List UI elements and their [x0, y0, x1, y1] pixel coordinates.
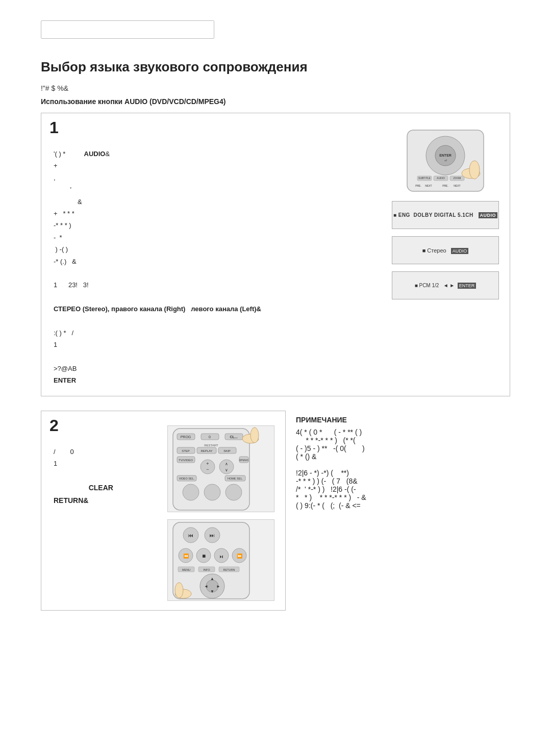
step1-line-10: -* (.) &	[54, 256, 389, 267]
svg-text:+: +	[206, 461, 209, 466]
step2-images: PROG 0 CL... RESTART STEP REPLAY SKIP	[165, 420, 277, 601]
svg-text:−: −	[206, 467, 209, 472]
svg-text:PRE.: PRE.	[442, 184, 448, 187]
step1-line-14: >?@AB	[54, 363, 389, 374]
step1-enter: ENTER	[54, 374, 389, 386]
svg-text:⏎: ⏎	[444, 159, 447, 162]
display3: ■ PCM 1/2 ◄ ► ENTER	[392, 271, 499, 299]
svg-text:⏩: ⏩	[237, 553, 243, 559]
svg-point-46	[204, 484, 220, 500]
section-label: Использование кнопки AUDIO (DVD/VCD/CD/M…	[41, 97, 510, 106]
svg-text:SUBTITLE: SUBTITLE	[418, 177, 431, 180]
step1-number: 1	[49, 118, 59, 137]
step1-line-11: 1 23! 3!	[54, 279, 389, 291]
svg-text:◄: ◄	[204, 584, 208, 589]
svg-text:SKIP: SKIP	[223, 449, 231, 452]
remote-bottom2-image: ⏮ ⏭ ⏪ ⏹ ⏯ ⏩	[167, 519, 274, 601]
svg-point-49	[251, 427, 259, 443]
svg-text:VIDEO SEL.: VIDEO SEL.	[179, 477, 195, 480]
note-line-9: ( ) 9:(- * ( (; (- & <=	[296, 501, 510, 510]
svg-text:ENTER: ENTER	[439, 154, 452, 157]
step1-box: 1 '( ) * AUDIO& + , ' & + * * * -* * * )…	[41, 113, 510, 396]
clear-label: CLEAR	[89, 484, 113, 492]
note-line-7: /* ' *-* ) ) !2|6 -( (-	[296, 485, 510, 493]
step2-wrapper: 2 / 0 1 CLEAR RETURN&	[41, 411, 286, 625]
display2-text: ■ Стерео AUDIO	[422, 247, 469, 254]
step2-content: / 0 1 CLEAR RETURN&	[49, 420, 165, 601]
step1-images: ENTER ⏎ SUBTITLE AUDIO ZOOM PRE. NEXT PR…	[389, 122, 502, 387]
svg-text:STEP: STEP	[182, 449, 190, 452]
step2-return-line: RETURN&	[54, 494, 165, 507]
svg-text:MENU: MENU	[182, 568, 190, 571]
note-line-3: ( - )5 - ) ** -( 0( )	[296, 444, 510, 452]
svg-text:INFO: INFO	[203, 568, 210, 571]
note-line-5: !2|6 - *) -*) ( **)	[296, 469, 510, 477]
step1-line-3: ,	[54, 172, 389, 184]
remote-top2-image: PROG 0 CL... RESTART STEP REPLAY SKIP	[167, 425, 274, 512]
step2-box: 2 / 0 1 CLEAR RETURN&	[41, 411, 286, 611]
main-heading: Выбор языка звукового сопровождения	[41, 59, 510, 75]
step1-content: '( ) * AUDIO& + , ' & + * * * -* * * ) -…	[49, 122, 389, 387]
svg-text:0: 0	[209, 435, 211, 439]
top-search-bar[interactable]	[41, 20, 214, 39]
note-title: ПРИМЕЧАНИЕ	[296, 416, 510, 424]
svg-point-45	[183, 484, 199, 500]
remote-top-svg: ENTER ⏎ SUBTITLE AUDIO ZOOM PRE. NEXT PR…	[392, 128, 499, 194]
step1-line-12: :( ) * /	[54, 327, 389, 339]
svg-text:CL...: CL...	[230, 435, 237, 439]
step2-section: 2 / 0 1 CLEAR RETURN&	[41, 411, 510, 625]
svg-text:►: ►	[216, 584, 220, 589]
step1-line-9: ) -( )	[54, 243, 389, 255]
svg-text:NEXT: NEXT	[454, 184, 460, 187]
step2-number: 2	[49, 416, 59, 435]
step1-text: '( ) * AUDIO& + , ' & + * * * -* * * ) -…	[54, 148, 389, 387]
note-line-2: * * *-* * * ) (* *(	[296, 436, 510, 444]
note-line-4: ( * () &	[296, 452, 510, 461]
svg-text:⏪: ⏪	[183, 553, 189, 559]
step1-line-8: - *	[54, 232, 389, 243]
step1-line-2: +	[54, 160, 389, 171]
remote-bottom2-svg: ⏮ ⏭ ⏪ ⏹ ⏯ ⏩	[168, 520, 274, 601]
svg-text:∨: ∨	[225, 468, 228, 472]
display1-text: ■ ENG DOLBY DIGITAL 5.1CH AUDIO	[393, 212, 497, 218]
sub-heading-encoded: !"# $ %&	[41, 84, 510, 92]
svg-text:NEXT: NEXT	[425, 184, 432, 187]
step1-line-13: 1	[54, 339, 389, 350]
svg-text:TV/VIDEO: TV/VIDEO	[179, 459, 193, 462]
display2: ■ Стерео AUDIO	[392, 236, 499, 264]
svg-text:RETURN: RETURN	[223, 568, 235, 571]
step2-line-1: / 0	[54, 446, 165, 458]
note-line-1: 4( * ( 0 * ( - * ** ( )	[296, 428, 510, 436]
step1-line-6: + * * *	[54, 208, 389, 219]
svg-point-16	[469, 161, 480, 179]
svg-text:RESTART: RESTART	[204, 444, 218, 447]
svg-text:▼: ▼	[210, 589, 214, 594]
svg-text:∧: ∧	[225, 462, 228, 466]
note-line-6: -* * * ) ) (- ( 7 (8&	[296, 477, 510, 485]
svg-text:⏮: ⏮	[188, 533, 193, 538]
svg-text:PRE.: PRE.	[415, 184, 421, 187]
svg-text:AUDIO: AUDIO	[437, 177, 445, 180]
svg-point-47	[226, 484, 242, 500]
svg-text:ZOOM: ZOOM	[454, 177, 461, 180]
svg-text:REPLAY: REPLAY	[201, 449, 212, 452]
svg-text:⏯: ⏯	[219, 554, 224, 559]
remote-top2-svg: PROG 0 CL... RESTART STEP REPLAY SKIP	[168, 426, 274, 512]
step1-stereo: СТЕРЕО (Stereo), правого канала (Right) …	[54, 303, 389, 315]
display3-text: ■ PCM 1/2 ◄ ► ENTER	[415, 283, 477, 288]
note-wrapper: ПРИМЕЧАНИЕ 4( * ( 0 * ( - * ** ( ) * * *…	[296, 411, 510, 510]
svg-text:⏭: ⏭	[210, 533, 215, 538]
step1-line-4: '	[54, 184, 389, 195]
svg-text:OPEN/C: OPEN/C	[239, 459, 249, 462]
display1: ■ ENG DOLBY DIGITAL 5.1CH AUDIO	[392, 201, 499, 229]
step2-line-2: 1	[54, 458, 165, 469]
remote-top-image: ENTER ⏎ SUBTITLE AUDIO ZOOM PRE. NEXT PR…	[392, 128, 499, 194]
svg-text:▲: ▲	[210, 576, 214, 581]
return-label: RETURN&	[54, 496, 88, 505]
step1-line-5: &	[54, 196, 389, 208]
svg-text:PROG: PROG	[181, 435, 191, 439]
svg-point-76	[175, 583, 183, 598]
svg-text:⏹: ⏹	[202, 553, 206, 559]
step1-line-7: -* * * )	[54, 219, 389, 231]
step1-line-1: '( ) * AUDIO&	[54, 148, 389, 160]
